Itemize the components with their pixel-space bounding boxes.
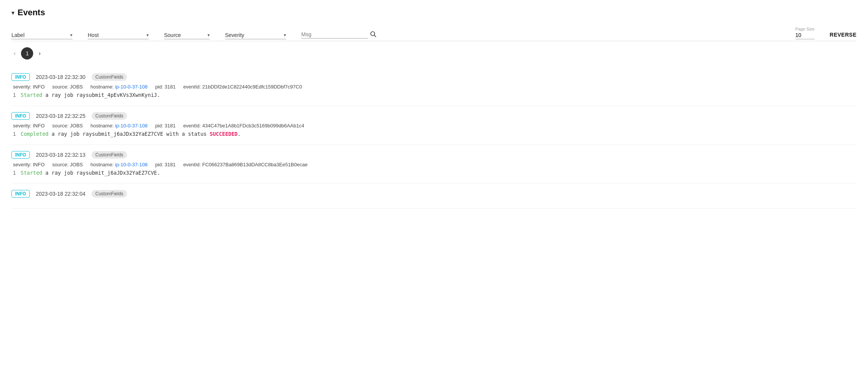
event-message: 1 Completed a ray job raysubmit_j6aJDx32…: [11, 131, 857, 137]
event-item: INFO 2023-03-18 22:32:25 CustomFields se…: [11, 106, 857, 145]
severity-dropdown-arrow[interactable]: ▾: [284, 32, 286, 38]
custom-fields-badge[interactable]: CustomFields: [92, 190, 127, 198]
message-rest: a ray job raysubmit_4pEvKVs3XwnKyniJ.: [42, 92, 160, 98]
event-header: INFO 2023-03-18 22:32:30 CustomFields: [11, 73, 857, 81]
chevron-icon[interactable]: ▾: [11, 9, 14, 16]
event-header: INFO 2023-03-18 22:32:04 CustomFields: [11, 190, 857, 198]
msg-input[interactable]: [301, 31, 368, 39]
page-size-label: Page Size: [796, 27, 818, 31]
severity-badge: INFO: [11, 151, 30, 159]
event-meta: severity: INFO source: JOBS hostname: ip…: [11, 84, 857, 90]
next-page-button[interactable]: ›: [36, 48, 43, 58]
message-rest: a ray job raysubmit_j6aJDx32YaEZ7CVE wit…: [48, 131, 210, 137]
event-header: INFO 2023-03-18 22:32:13 CustomFields: [11, 151, 857, 159]
page-title: Events: [18, 8, 45, 18]
meta-severity: severity: INFO: [13, 162, 45, 167]
meta-eventid: eventId: 434C47be1A8b1FDcb3c5169b099db6A…: [183, 123, 304, 129]
meta-eventid: eventId: FC066237Ba869B13dDA8CC8ba3Ee51B…: [183, 162, 307, 167]
meta-source: source: JOBS: [52, 162, 83, 167]
host-dropdown-arrow[interactable]: ▾: [146, 32, 149, 38]
severity-badge: INFO: [11, 73, 30, 81]
event-timestamp: 2023-03-18 22:32:13: [36, 152, 85, 158]
event-timestamp: 2023-03-18 22:32:30: [36, 74, 85, 80]
label-filter: Label ▾: [11, 32, 72, 39]
meta-hostname: hostname: ip-10-0-37-108: [90, 84, 148, 90]
page-header: ▾ Events: [11, 8, 857, 18]
reverse-button[interactable]: REVERSE: [830, 32, 857, 39]
label-dropdown-arrow[interactable]: ▾: [70, 32, 72, 38]
event-message: 1 Started a ray job raysubmit_j6aJDx32Ya…: [11, 170, 857, 176]
meta-severity: severity: INFO: [13, 84, 45, 90]
label-filter-label[interactable]: Label: [11, 32, 68, 38]
line-number: 1: [13, 131, 18, 137]
message-text: Started a ray job raysubmit_j6aJDx32YaEZ…: [21, 170, 160, 176]
events-list: INFO 2023-03-18 22:32:30 CustomFields se…: [11, 67, 857, 209]
event-meta: severity: INFO source: JOBS hostname: ip…: [11, 162, 857, 167]
event-message: 1 Started a ray job raysubmit_4pEvKVs3Xw…: [11, 92, 857, 98]
host-filter: Host ▾: [88, 32, 149, 39]
source-filter-label[interactable]: Source: [164, 32, 205, 38]
source-filter: Source ▾: [164, 32, 210, 39]
event-item: INFO 2023-03-18 22:32:30 CustomFields se…: [11, 67, 857, 106]
event-item: INFO 2023-03-18 22:32:13 CustomFields se…: [11, 145, 857, 184]
meta-hostname-label: hostname:: [90, 84, 114, 90]
line-number: 1: [13, 170, 18, 176]
meta-hostname: hostname: ip-10-0-37-108: [90, 123, 148, 129]
pagination-row: ‹ 1 ›: [11, 47, 857, 60]
severity-badge: INFO: [11, 112, 30, 120]
message-suffix: .: [238, 131, 241, 137]
message-text: Completed a ray job raysubmit_j6aJDx32Ya…: [21, 131, 241, 137]
prev-page-button[interactable]: ‹: [11, 48, 18, 58]
event-item: INFO 2023-03-18 22:32:04 CustomFields: [11, 184, 857, 209]
meta-pid: pid: 3181: [155, 162, 176, 167]
meta-hostname-label: hostname:: [90, 162, 114, 167]
msg-search-button[interactable]: [370, 31, 376, 39]
current-page-number[interactable]: 1: [21, 47, 33, 60]
event-timestamp: 2023-03-18 22:32:25: [36, 113, 85, 119]
meta-hostname-label: hostname:: [90, 123, 114, 129]
severity-filter-label[interactable]: Severity: [225, 32, 281, 38]
custom-fields-badge[interactable]: CustomFields: [92, 151, 127, 159]
msg-filter: [301, 31, 376, 39]
event-meta: severity: INFO source: JOBS hostname: ip…: [11, 123, 857, 129]
keyword-started: Started: [21, 92, 42, 98]
meta-source: source: JOBS: [52, 123, 83, 129]
custom-fields-badge[interactable]: CustomFields: [92, 73, 127, 81]
svg-line-1: [374, 35, 376, 37]
page-size-input[interactable]: [796, 32, 815, 39]
event-header: INFO 2023-03-18 22:32:25 CustomFields: [11, 112, 857, 120]
severity-badge: INFO: [11, 190, 30, 198]
message-text: Started a ray job raysubmit_4pEvKVs3XwnK…: [21, 92, 160, 98]
page-size-group: Page Size: [796, 27, 818, 39]
meta-eventid: eventId: 21bDDf2de1C822440c9Edfc159DDbf7…: [183, 84, 302, 90]
meta-hostname-link[interactable]: ip-10-0-37-108: [115, 123, 148, 129]
source-dropdown-arrow[interactable]: ▾: [207, 32, 210, 38]
filters-row: Label ▾ Host ▾ Source ▾ Severity ▾ Pa: [11, 27, 857, 41]
meta-hostname-link[interactable]: ip-10-0-37-108: [115, 84, 148, 90]
keyword-started: Started: [21, 170, 42, 176]
meta-hostname: hostname: ip-10-0-37-108: [90, 162, 148, 167]
meta-severity: severity: INFO: [13, 123, 45, 129]
keyword-completed: Completed: [21, 131, 48, 137]
meta-source: source: JOBS: [52, 84, 83, 90]
meta-hostname-link[interactable]: ip-10-0-37-108: [115, 162, 148, 167]
meta-pid: pid: 3181: [155, 84, 176, 90]
line-number: 1: [13, 92, 18, 98]
severity-filter: Severity ▾: [225, 32, 286, 39]
event-timestamp: 2023-03-18 22:32:04: [36, 191, 85, 197]
custom-fields-badge[interactable]: CustomFields: [92, 112, 127, 120]
meta-pid: pid: 3181: [155, 123, 176, 129]
message-rest: a ray job raysubmit_j6aJDx32YaEZ7CVE.: [42, 170, 160, 176]
keyword-succeeded: SUCCEEDED: [210, 131, 238, 137]
host-filter-label[interactable]: Host: [88, 32, 144, 38]
